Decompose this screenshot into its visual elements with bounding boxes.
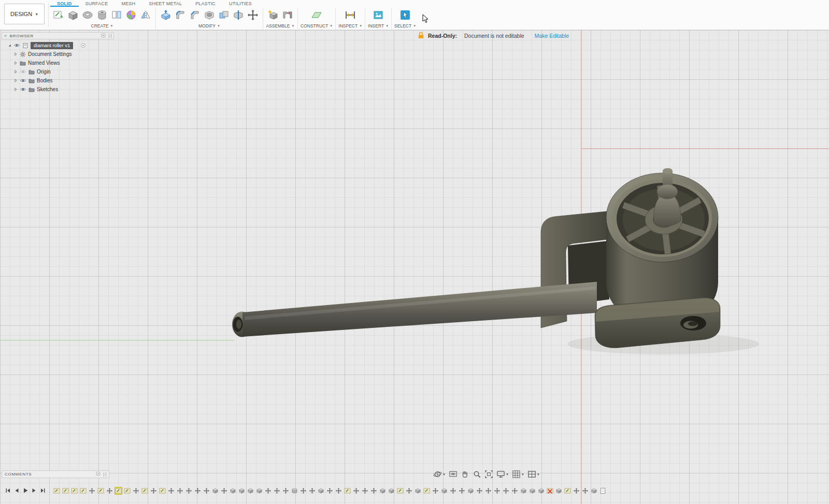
timeline-feature-move[interactable] <box>432 487 439 495</box>
browser-root-component[interactable]: diamant roller v1 <box>2 41 114 50</box>
split-body-icon[interactable] <box>231 8 246 22</box>
visibility-eye-icon[interactable] <box>20 77 26 84</box>
select-icon[interactable] <box>398 8 412 22</box>
toolbar-dropdown-assemble[interactable]: ASSEMBLE▼ <box>266 23 295 29</box>
timeline-feature-move[interactable] <box>449 487 457 495</box>
timeline-feature-move[interactable] <box>264 487 272 495</box>
timeline-feature-move[interactable] <box>282 487 290 495</box>
timeline-feature-sketch[interactable] <box>396 487 404 495</box>
timeline-feature-move[interactable] <box>299 487 307 495</box>
expand-arrow-icon[interactable] <box>14 61 18 65</box>
orbit-icon[interactable]: ▼ <box>432 469 447 479</box>
viewports-icon[interactable]: ▼ <box>526 469 541 479</box>
grid-settings-icon[interactable]: ▼ <box>511 469 525 479</box>
panel-grip[interactable] <box>104 472 106 477</box>
timeline-feature-box[interactable] <box>211 487 219 495</box>
visibility-eye-icon[interactable] <box>13 42 20 49</box>
timeline-feature-move[interactable] <box>335 487 342 495</box>
activate-component-radio[interactable] <box>80 42 86 48</box>
timeline-feature-move[interactable] <box>167 487 175 495</box>
browser-item-origin[interactable]: Origin <box>2 67 114 76</box>
insert-image-icon[interactable] <box>371 8 385 22</box>
visibility-eye-icon[interactable] <box>20 86 26 93</box>
measure-icon[interactable] <box>343 8 358 22</box>
timeline-feature-move[interactable] <box>185 487 193 495</box>
timeline-feature-move[interactable] <box>352 487 360 495</box>
panel-dot-icon[interactable] <box>95 471 101 478</box>
pattern-icon[interactable] <box>109 8 124 22</box>
joint-icon[interactable] <box>280 8 295 22</box>
timeline-feature-box[interactable] <box>520 487 527 495</box>
timeline-feature-sketch[interactable] <box>123 487 131 495</box>
pan-icon[interactable] <box>460 469 470 479</box>
timeline-feature-sketch[interactable] <box>79 487 87 495</box>
create-form-icon[interactable] <box>124 8 138 22</box>
timeline-feature-move[interactable] <box>194 487 202 495</box>
timeline-feature-move[interactable] <box>458 487 466 495</box>
timeline-feature-move[interactable] <box>132 487 140 495</box>
expand-arrow-icon[interactable] <box>14 70 18 74</box>
timeline-feature-move[interactable] <box>326 487 334 495</box>
step-back-button[interactable] <box>13 487 20 494</box>
timeline-feature-move[interactable] <box>511 487 519 495</box>
browser-header[interactable]: « BROWSER <box>2 32 114 39</box>
timeline-feature-move[interactable] <box>308 487 316 495</box>
timeline-feature-move[interactable] <box>88 487 96 495</box>
timeline-feature-sketch[interactable] <box>564 487 571 495</box>
toolbar-dropdown-modify[interactable]: MODIFY▼ <box>198 23 220 29</box>
timeline-feature-box[interactable] <box>379 487 387 495</box>
tab-solid[interactable]: SOLID <box>50 0 79 7</box>
timeline-feature-box[interactable] <box>590 487 598 495</box>
browser-item-document-settings[interactable]: Document Settings <box>2 50 114 59</box>
timeline-feature-move[interactable] <box>581 487 589 495</box>
chamfer-icon[interactable] <box>188 8 202 22</box>
expand-arrow-icon[interactable] <box>14 52 18 56</box>
timeline-feature-sketch[interactable] <box>344 487 351 495</box>
design-menu-button[interactable]: DESIGN ▼ <box>4 4 45 24</box>
primitive-box-icon[interactable] <box>66 8 80 22</box>
toolbar-dropdown-create[interactable]: CREATE▼ <box>91 23 113 29</box>
tab-surface[interactable]: SURFACE <box>79 0 115 7</box>
timeline-feature-sketch[interactable] <box>423 487 431 495</box>
timeline-feature-box[interactable] <box>388 487 395 495</box>
timeline-feature-box[interactable] <box>247 487 254 495</box>
timeline-feature-circle[interactable] <box>291 487 298 495</box>
timeline-feature-move[interactable] <box>476 487 483 495</box>
tab-plastic[interactable]: PLASTIC <box>189 0 222 7</box>
timeline-feature-box[interactable] <box>537 487 545 495</box>
timeline-feature-box[interactable] <box>528 487 536 495</box>
move-copy-icon[interactable] <box>246 8 260 22</box>
fillet-icon[interactable] <box>173 8 188 22</box>
timeline-feature-move[interactable] <box>150 487 158 495</box>
timeline-feature-sketch[interactable] <box>62 487 69 495</box>
zoom-icon[interactable] <box>471 469 482 479</box>
timeline-feature-box[interactable] <box>229 487 237 495</box>
construction-plane-icon[interactable] <box>309 8 324 22</box>
timeline-feature-move[interactable] <box>203 487 210 495</box>
timeline-feature-move[interactable] <box>573 487 580 495</box>
combine-icon[interactable] <box>217 8 231 22</box>
timeline-feature-box[interactable] <box>555 487 563 495</box>
display-settings-icon[interactable]: ▼ <box>495 469 510 479</box>
model-diamant-roller[interactable] <box>232 168 759 355</box>
timeline-feature-sketch[interactable] <box>141 487 149 495</box>
play-button[interactable] <box>22 487 29 494</box>
timeline-feature-box[interactable] <box>238 487 246 495</box>
viewport-3d[interactable] <box>0 30 829 504</box>
tab-mesh[interactable]: MESH <box>115 0 142 7</box>
timeline-feature-move[interactable] <box>106 487 113 495</box>
toolbar-dropdown-select[interactable]: SELECT▼ <box>394 23 416 29</box>
comments-panel[interactable]: COMMENTS <box>2 470 109 478</box>
toolbar-dropdown-construct[interactable]: CONSTRUCT▼ <box>301 23 333 29</box>
timeline-feature-move[interactable] <box>370 487 378 495</box>
timeline-feature-box[interactable] <box>440 487 448 495</box>
toolbar-dropdown-insert[interactable]: INSERT▼ <box>368 23 389 29</box>
timeline-feature-box[interactable] <box>317 487 325 495</box>
timeline-feature-sketch[interactable] <box>97 487 105 495</box>
timeline-feature-move[interactable] <box>361 487 369 495</box>
timeline-feature-sketch[interactable] <box>53 487 61 495</box>
create-sketch-icon[interactable] <box>51 8 66 22</box>
timeline-feature-sketch[interactable] <box>159 487 166 495</box>
panel-grip[interactable] <box>109 34 111 38</box>
new-component-icon[interactable] <box>266 8 280 22</box>
